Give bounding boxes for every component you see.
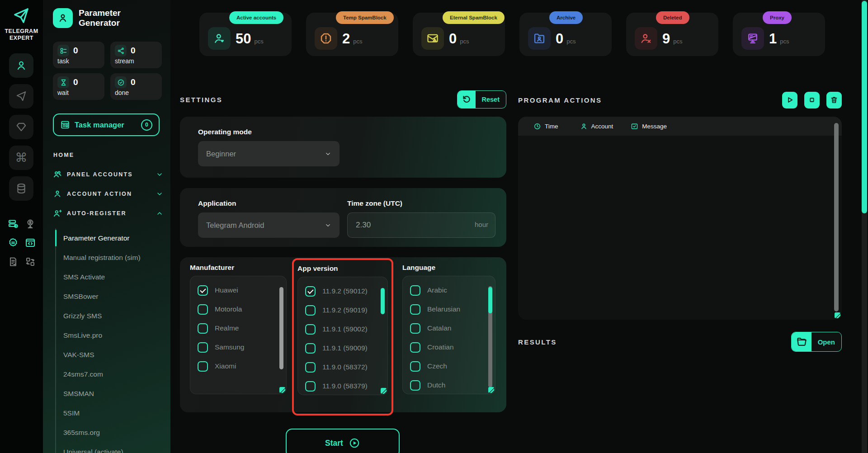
stat-card-active-accounts[interactable]: Active accounts 50pcs [199, 13, 292, 56]
sidebar-submenu-item[interactable]: 24sms7.com [56, 364, 164, 384]
language-option[interactable]: Arabic [410, 281, 482, 300]
checkbox[interactable] [410, 361, 420, 372]
app-version-option[interactable]: 11.9.0 (58372) [305, 358, 375, 377]
status-badge[interactable]: Deleted [656, 11, 689, 24]
task-manager-button[interactable]: Task manager 0 [53, 113, 160, 136]
sidebar-submenu-item[interactable]: SmsLive.pro [56, 326, 164, 345]
stop-button[interactable] [804, 92, 820, 109]
checkbox[interactable] [198, 323, 208, 334]
checkbox[interactable] [198, 285, 208, 296]
checkbox[interactable] [305, 343, 316, 354]
rail-diamond-icon[interactable] [9, 115, 33, 139]
app-version-option[interactable]: 11.9.2 (59012) [305, 282, 375, 301]
resize-handle[interactable] [835, 312, 840, 318]
code-window-icon[interactable] [24, 237, 36, 249]
document-check-icon[interactable] [7, 256, 19, 268]
checkbox[interactable] [410, 285, 420, 296]
language-option[interactable]: Croatian [410, 338, 482, 357]
scrollbar-thumb[interactable] [381, 288, 385, 314]
sidebar-submenu-item[interactable]: SMSBower [56, 287, 164, 306]
checkbox[interactable] [198, 304, 208, 315]
manufacturer-option[interactable]: Motorola [198, 300, 274, 319]
language-option[interactable]: Dutch [410, 376, 482, 394]
column-time[interactable]: Time [533, 123, 558, 130]
column-account[interactable]: Account [580, 123, 613, 130]
sidebar-item-panel-accounts[interactable]: PANEL ACCOUNTS [53, 165, 163, 184]
page-scrollbar-thumb[interactable] [862, 1, 867, 213]
timezone-input[interactable] [347, 212, 495, 238]
manufacturer-option[interactable]: Realme [198, 319, 274, 338]
sidebar-submenu-item[interactable]: SMS Activate [56, 267, 164, 287]
sidebar-submenu-item[interactable]: 365sms.org [56, 423, 164, 442]
resize-handle[interactable] [279, 387, 285, 393]
manufacturer-option[interactable]: Huawei [198, 281, 274, 300]
status-badge[interactable]: Eternal SpamBlock [443, 11, 505, 24]
sidebar-item-account-action[interactable]: ACCOUNT ACTION [53, 184, 163, 203]
sidebar-submenu-item[interactable]: Manual registration (sim) [56, 248, 164, 267]
sidebar-submenu-item[interactable]: VAK-SMS [56, 345, 164, 364]
app-version-option[interactable]: 11.9.0 (58379) [305, 377, 375, 395]
sidebar-submenu-item[interactable]: 5SIM [56, 403, 164, 423]
sidebar-submenu-item[interactable]: Parameter Generator [56, 228, 164, 248]
rail-send-icon[interactable] [9, 84, 33, 109]
scrollbar-thumb[interactable] [279, 287, 283, 369]
stat-card-eternal-spamblock[interactable]: Eternal SpamBlock 0pcs [413, 13, 505, 56]
checkbox[interactable] [198, 342, 208, 353]
rail-database-icon[interactable] [9, 176, 33, 201]
language-option[interactable]: Czech [410, 357, 482, 376]
run-button[interactable] [782, 92, 797, 109]
stat-value: 0 [131, 77, 136, 87]
status-badge[interactable]: Active accounts [229, 11, 283, 24]
swap-boxes-icon[interactable] [24, 256, 36, 268]
user-cam-icon[interactable] [24, 218, 36, 230]
checkbox[interactable] [305, 381, 316, 392]
checkbox[interactable] [410, 342, 420, 353]
sidebar-submenu-item[interactable]: Universal (activate) [56, 442, 164, 453]
application-select[interactable]: Telegram Android [198, 212, 340, 238]
status-badge[interactable]: Archive [549, 11, 583, 24]
app-version-scrollbar[interactable] [381, 287, 385, 388]
clear-button[interactable] [826, 92, 842, 109]
manufacturer-option[interactable]: Xiaomi [198, 357, 274, 376]
app-version-option[interactable]: 11.9.1 (59009) [305, 339, 375, 358]
language-scrollbar[interactable] [488, 286, 492, 387]
checkbox[interactable] [410, 304, 420, 315]
app-version-option[interactable]: 11.9.2 (59019) [305, 301, 375, 320]
stat-card-archive[interactable]: Archive 0pcs [519, 13, 612, 56]
checkbox[interactable] [198, 361, 208, 372]
checkbox[interactable] [410, 380, 420, 391]
checkbox[interactable] [305, 362, 316, 373]
server-check-icon[interactable] [7, 218, 19, 230]
reset-button[interactable]: Reset [457, 90, 507, 109]
rail-command-icon[interactable]: ⌘ [9, 146, 33, 170]
sidebar-submenu-item[interactable]: SMSMAN [56, 384, 164, 403]
column-message[interactable]: Message [631, 123, 667, 130]
checkbox[interactable] [305, 286, 316, 297]
gear-icon[interactable] [7, 237, 19, 249]
scrollbar-thumb[interactable] [488, 287, 492, 313]
sidebar-submenu-item[interactable]: Grizzly SMS [56, 306, 164, 326]
open-results-button[interactable]: Open [791, 332, 842, 352]
language-option[interactable]: Catalan [410, 319, 482, 338]
stat-card-proxy[interactable]: Proxy 1pcs [733, 13, 825, 56]
app-version-option[interactable]: 11.9.1 (59002) [305, 320, 375, 339]
sidebar-item-auto-register[interactable]: AUTO-REGISTER [53, 203, 163, 223]
table-scrollbar[interactable] [834, 123, 839, 311]
page-scrollbar[interactable] [862, 0, 867, 453]
submenu-item-label: SMSBower [63, 293, 99, 301]
language-option[interactable]: Belarusian [410, 300, 482, 319]
checkbox[interactable] [410, 323, 420, 334]
status-badge[interactable]: Proxy [763, 11, 792, 24]
rail-user-icon[interactable] [9, 53, 33, 78]
stat-card-deleted[interactable]: Deleted 9pcs [626, 13, 718, 56]
status-badge[interactable]: Temp SpamBlock [336, 11, 394, 24]
operating-mode-select[interactable]: Beginner [198, 141, 340, 166]
checkbox[interactable] [305, 324, 316, 335]
resize-handle[interactable] [488, 387, 494, 393]
manufacturer-scrollbar[interactable] [279, 286, 283, 387]
resize-handle[interactable] [381, 388, 387, 394]
start-button[interactable]: Start [286, 429, 400, 453]
checkbox[interactable] [305, 305, 316, 316]
manufacturer-option[interactable]: Samsung [198, 338, 274, 357]
stat-card-temp-spamblock[interactable]: Temp SpamBlock 2pcs [306, 13, 398, 56]
